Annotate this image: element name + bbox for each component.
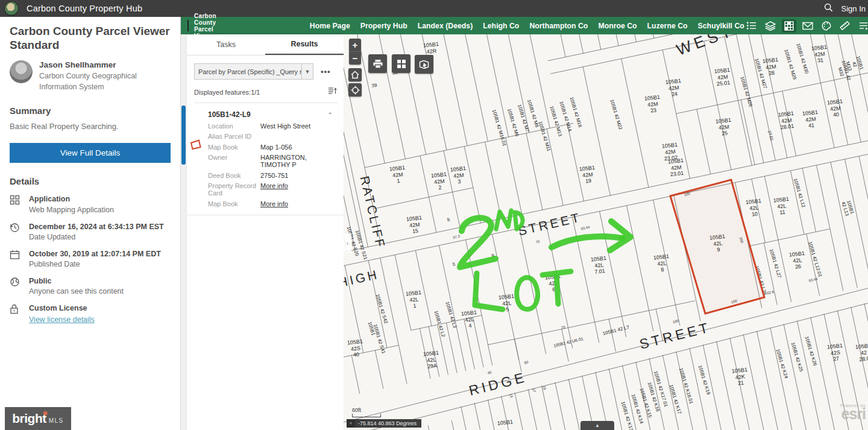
collapse-chevron-icon[interactable]: ⌃ bbox=[328, 112, 333, 118]
parcel-label: 105B1 42L 5 bbox=[498, 293, 515, 314]
detail-item-public: PublicAnyone can see this content bbox=[10, 276, 171, 296]
crosshair-icon: + bbox=[347, 419, 355, 428]
parcel-label: 105B1 42L 9 bbox=[709, 233, 726, 254]
globe-icon bbox=[10, 276, 22, 296]
nav-link-northampton-co[interactable]: Northampton Co bbox=[529, 22, 588, 30]
more-info-link[interactable]: More info bbox=[260, 200, 288, 207]
feature-id: 105B1-42-L9 bbox=[208, 110, 328, 119]
detail-title: Custom License bbox=[29, 303, 95, 313]
feature-list-icon[interactable] bbox=[328, 87, 338, 98]
field-label: Property Record Card bbox=[208, 182, 260, 197]
field-row-map-book: Map BookMore info bbox=[187, 200, 338, 207]
select-map-icon bbox=[419, 60, 429, 69]
coordinate-readout: + -75.814 40.863 Degrees bbox=[347, 419, 421, 428]
result-options-menu[interactable]: ••• bbox=[321, 67, 331, 76]
sidebar-scrollbar-track bbox=[181, 17, 187, 430]
measure-icon[interactable] bbox=[838, 19, 852, 33]
map-canvas[interactable]: WESTSTREETRATCLIFFHIGHRIDGESTREET105B1 4… bbox=[344, 34, 868, 430]
parcel-label: 105B1 42M 3 bbox=[450, 165, 467, 186]
search-icon[interactable] bbox=[824, 3, 833, 14]
detail-sub: Date Updated bbox=[29, 233, 164, 241]
detail-item-application: ApplicationWeb Mapping Application bbox=[10, 194, 171, 213]
parcel-label: 105B1 42L 4 bbox=[461, 309, 478, 330]
parcel-label: 105B1 42S 27 bbox=[826, 343, 844, 363]
field-value: West High Street bbox=[260, 122, 310, 130]
summary-text: Basic Real Property Searching. bbox=[10, 122, 171, 131]
home-button[interactable] bbox=[348, 68, 362, 81]
basemap-gallery-button[interactable] bbox=[392, 54, 410, 73]
lock-icon bbox=[10, 303, 22, 324]
nav-link-schuylkill-co[interactable]: Schuylkill Co bbox=[698, 22, 744, 30]
tab-tasks[interactable]: Tasks bbox=[187, 34, 265, 55]
print-icon bbox=[373, 59, 383, 69]
basemap-grid-icon bbox=[397, 59, 406, 69]
panel-collapse-tab[interactable]: ‹ bbox=[344, 233, 351, 253]
locate-icon bbox=[351, 86, 360, 95]
nav-link-landex-deeds-[interactable]: Landex (Deeds) bbox=[418, 22, 473, 30]
detail-title: December 16, 2024 at 6:34:13 PM EST bbox=[29, 222, 164, 232]
field-row-alias-parcel-id: Alias Parcel ID bbox=[187, 133, 338, 140]
print-button[interactable] bbox=[368, 54, 387, 73]
left-sidebar: Carbon County Parcel Viewer Standard Jas… bbox=[0, 17, 181, 430]
parcel-label: 105B1 42S 40 bbox=[347, 338, 364, 359]
view-license-details-link[interactable]: View license details bbox=[29, 315, 95, 324]
parcel-label: 105B1 42M 1 bbox=[389, 165, 406, 185]
view-full-details-button[interactable]: View Full Details bbox=[10, 143, 171, 163]
parcel-label: 105B1 42 28.0 bbox=[855, 343, 868, 363]
parcel-shape-icon bbox=[190, 139, 202, 153]
detail-item-custom-license: Custom LicenseView license details bbox=[10, 303, 171, 324]
field-label: Location bbox=[208, 122, 260, 130]
legend-list-icon[interactable] bbox=[744, 19, 759, 33]
parcel-label: 105B1 42L 10 bbox=[745, 198, 763, 218]
detail-item-october-30-2019-at-12-07-14-pm: October 30, 2019 at 12:07:14 PM EDTPubli… bbox=[10, 249, 171, 268]
attribution-toggle[interactable]: ▲ bbox=[580, 421, 614, 430]
nav-link-monroe-co[interactable]: Monroe Co bbox=[598, 22, 637, 30]
nav-link-lehigh-co[interactable]: Lehigh Co bbox=[483, 22, 519, 30]
parcel-label: 105B1 42M 23.01 bbox=[667, 157, 685, 178]
field-row-location: LocationWest High Street bbox=[187, 122, 338, 130]
results-panel: Tasks Results Parcel by Parcel (Specific… bbox=[187, 34, 344, 430]
owner-row: Jason Shellhammer Carbon County Geograph… bbox=[10, 60, 171, 92]
parcel-label: 39 bbox=[371, 83, 377, 89]
field-value: 2750-751 bbox=[260, 172, 289, 179]
bright-asterisk-icon: ✱ bbox=[43, 410, 48, 417]
chevron-down-icon: ▼ bbox=[301, 64, 313, 79]
parcel-label: 105B1 42M 23 bbox=[644, 94, 661, 115]
basemap-grid-icon[interactable] bbox=[782, 19, 796, 33]
layer-list-icon[interactable] bbox=[857, 19, 868, 33]
displayed-features-count: Displayed features:1/1 bbox=[194, 89, 328, 96]
sidebar-scrollbar-thumb[interactable] bbox=[181, 106, 186, 165]
parcel-label: 105B1 42M 25 bbox=[715, 117, 732, 138]
calendar-icon bbox=[10, 249, 22, 268]
history-clock-icon bbox=[10, 222, 22, 241]
home-icon bbox=[351, 71, 359, 79]
locate-button[interactable] bbox=[348, 83, 362, 96]
detail-title: Application bbox=[29, 194, 114, 204]
nav-link-property-hub[interactable]: Property Hub bbox=[360, 22, 407, 30]
more-info-link[interactable]: More info bbox=[260, 182, 288, 197]
tab-results[interactable]: Results bbox=[265, 34, 344, 55]
parcel-label: 105B1 42M 31 bbox=[811, 44, 828, 65]
owner-org: Carbon County Geographical Information S… bbox=[39, 71, 166, 92]
field-label: Map Book bbox=[208, 144, 260, 151]
zoom-in-button[interactable]: + bbox=[349, 39, 361, 51]
zoom-out-button[interactable]: − bbox=[349, 51, 361, 65]
parcel-label: 105B1 42M 24 bbox=[665, 78, 682, 98]
parcel-label: 105B1 42M 28.01 bbox=[778, 110, 795, 131]
detail-sub: Anyone can see this content bbox=[29, 287, 124, 296]
select-extract-button[interactable] bbox=[415, 55, 433, 74]
layers-icon[interactable] bbox=[763, 19, 778, 33]
query-result-select[interactable]: Parcel by Parcel (Specific) _Query resul… bbox=[194, 63, 313, 80]
field-row-map-book: Map BookMap 1-056 bbox=[187, 144, 338, 151]
mail-icon[interactable] bbox=[800, 19, 815, 33]
nav-link-luzerne-co[interactable]: Luzerne Co bbox=[647, 22, 688, 30]
parcel-label: 105B1 42M 15 bbox=[406, 215, 423, 235]
sign-in-link[interactable]: Sign In bbox=[841, 4, 866, 13]
parcel-label: 105B1 42L 11 bbox=[773, 196, 790, 217]
detail-item-december-16-2024-at-6-34-13-pm: December 16, 2024 at 6:34:13 PM ESTDate … bbox=[10, 222, 171, 241]
parcel-label: 105B1 42M 2 bbox=[430, 171, 448, 192]
nav-link-home-page[interactable]: Home Page bbox=[310, 22, 350, 30]
field-row-deed-book: Deed Book2750-751 bbox=[187, 172, 338, 179]
palette-icon[interactable] bbox=[819, 19, 834, 33]
parcel-label: 105B1 42L 29A bbox=[423, 350, 440, 370]
